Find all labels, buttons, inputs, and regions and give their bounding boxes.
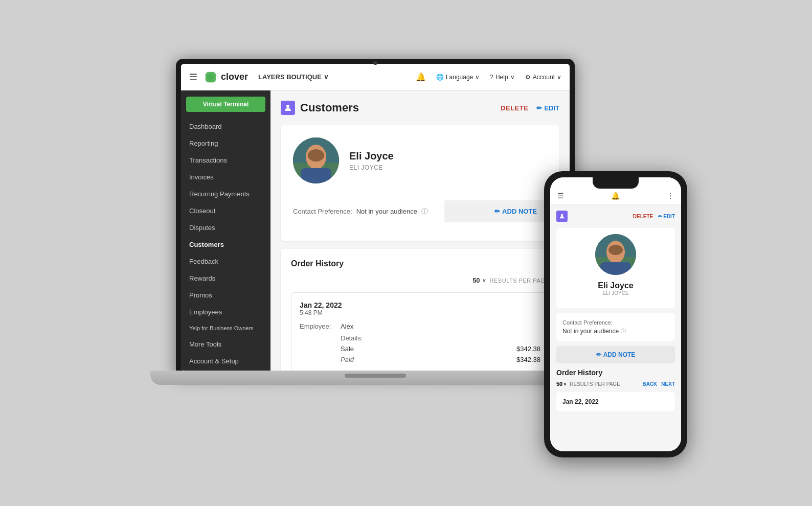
- phone-pencil-icon: ✏: [658, 214, 662, 219]
- plus-icon: ✏: [494, 208, 500, 215]
- results-chevron-icon: ∨: [482, 278, 486, 283]
- customers-page-icon: [281, 101, 295, 115]
- phone-order-card: Jan 22, 2022: [556, 392, 675, 411]
- sidebar-item-promos[interactable]: Promos: [181, 287, 270, 304]
- sidebar-item-dashboard[interactable]: Dashboard: [181, 118, 270, 135]
- sidebar-item-rewards[interactable]: Rewards: [181, 270, 270, 287]
- phone-contact-pref-card: Contact Preference: Not in your audience…: [556, 313, 675, 341]
- help-chevron-icon: ∨: [510, 74, 515, 81]
- page-header: Customers DELETE ✏ EDIT: [281, 101, 559, 115]
- paid-label: Paid: [341, 356, 354, 363]
- sale-amount: $342.38: [516, 345, 540, 353]
- results-per-page-select[interactable]: 50 ∨: [472, 277, 485, 284]
- svg-point-8: [308, 149, 324, 162]
- phone-note-pencil-icon: ✏: [596, 351, 601, 358]
- logo-text: clover: [221, 72, 248, 82]
- laptop-base: [150, 371, 600, 385]
- sidebar-item-reporting[interactable]: Reporting: [181, 135, 270, 152]
- customer-card: Eli Joyce ELI JOYCE Contact Preference: …: [281, 125, 559, 241]
- contact-pref-section: Contact Preference: Not in your audience…: [293, 207, 428, 216]
- phone: ☰ 🔔 ⋮ DELETE ✏: [544, 171, 687, 457]
- add-note-panel: ✏ ADD NOTE: [444, 200, 547, 222]
- laptop: ☰ clover LAYERS BOUTIQUE: [125, 49, 611, 432]
- sale-label: Sale: [341, 345, 354, 353]
- language-button[interactable]: 🌐 Language ∨: [436, 74, 480, 81]
- phone-nav-buttons: BACK NEXT: [642, 381, 675, 387]
- sidebar: Virtual Terminal Dashboard Reporting Tra…: [181, 90, 270, 371]
- sale-row: Sale $342.38: [341, 345, 540, 353]
- avatar: [293, 137, 339, 183]
- scene: ☰ clover LAYERS BOUTIQUE: [125, 49, 687, 457]
- help-icon: ?: [490, 74, 493, 81]
- sidebar-item-account-setup[interactable]: Account & Setup: [181, 353, 270, 370]
- sidebar-item-more-tools[interactable]: More Tools: [181, 336, 270, 353]
- employee-label: Employee:: [300, 323, 341, 330]
- help-button[interactable]: ? Help ∨: [490, 74, 514, 81]
- order-date: Jan 22, 2022: [300, 301, 540, 309]
- phone-customer-id: ELI JOYCE: [562, 290, 669, 296]
- phone-results-chevron-icon: ∨: [563, 382, 567, 386]
- store-chevron-icon: ∨: [324, 73, 329, 81]
- phone-next-button[interactable]: NEXT: [661, 381, 675, 387]
- order-history-title: Order History: [291, 259, 549, 268]
- main-content: Customers DELETE ✏ EDIT: [270, 90, 570, 371]
- order-employee-row: Employee: Alex: [300, 323, 540, 330]
- laptop-body: ☰ clover LAYERS BOUTIQUE: [176, 59, 575, 376]
- add-note-button[interactable]: ✏ ADD NOTE: [494, 208, 537, 215]
- order-details-row: Details:: [341, 334, 540, 342]
- results-per-page-label: RESULTS PER PAGE: [490, 278, 549, 284]
- menu-icon[interactable]: ☰: [189, 72, 197, 83]
- order-details: Details: Sale $342.38 Paid $342.38: [300, 334, 540, 363]
- sidebar-item-customers[interactable]: Customers: [181, 236, 270, 253]
- contact-row-wrapper: Contact Preference: Not in your audience…: [293, 194, 547, 228]
- phone-contact-label: Contact Preference:: [562, 319, 669, 326]
- phone-page-header: DELETE ✏ EDIT: [556, 211, 675, 222]
- language-chevron-icon: ∨: [475, 74, 480, 81]
- phone-menu-icon[interactable]: ☰: [557, 192, 564, 200]
- laptop-camera: [373, 61, 377, 65]
- paid-amount: $342.38: [516, 356, 540, 363]
- notification-bell-icon[interactable]: 🔔: [416, 72, 426, 82]
- phone-customer-name: Eli Joyce: [562, 281, 669, 290]
- phone-bell-icon[interactable]: 🔔: [611, 192, 620, 200]
- svg-rect-14: [600, 262, 631, 275]
- sidebar-item-closeout[interactable]: Closeout: [181, 202, 270, 219]
- phone-order-history-title: Order History: [556, 369, 675, 377]
- sidebar-item-feedback[interactable]: Feedback: [181, 253, 270, 270]
- delete-button[interactable]: DELETE: [501, 104, 528, 112]
- sidebar-item-recurring-payments[interactable]: Recurring Payments: [181, 186, 270, 202]
- note-wrapper: ✏ ADD NOTE: [436, 200, 547, 222]
- customer-profile: Eli Joyce ELI JOYCE: [293, 137, 547, 183]
- account-button[interactable]: ⚙ Account ∨: [525, 74, 561, 81]
- phone-back-button[interactable]: BACK: [642, 381, 657, 387]
- phone-contact-value: Not in your audience ⓘ: [562, 328, 669, 335]
- phone-results-select[interactable]: 50 ∨ RESULTS PER PAGE: [556, 381, 620, 387]
- svg-rect-4: [210, 80, 212, 82]
- store-name[interactable]: LAYERS BOUTIQUE ∨: [258, 73, 329, 81]
- virtual-terminal-button[interactable]: Virtual Terminal: [186, 97, 265, 112]
- app-header: ☰ clover LAYERS BOUTIQUE: [181, 64, 570, 90]
- sidebar-item-transactions[interactable]: Transactions: [181, 152, 270, 169]
- sidebar-item-invoices[interactable]: Invoices: [181, 169, 270, 186]
- phone-more-icon[interactable]: ⋮: [667, 192, 674, 200]
- customer-name: Eli Joyce: [349, 150, 394, 162]
- account-chevron-icon: ∨: [557, 74, 561, 81]
- sidebar-item-disputes[interactable]: Disputes: [181, 219, 270, 236]
- info-icon[interactable]: ⓘ: [421, 207, 428, 216]
- edit-button[interactable]: ✏ EDIT: [536, 104, 559, 112]
- page-actions: DELETE ✏ EDIT: [501, 104, 559, 112]
- customer-info: Eli Joyce ELI JOYCE: [349, 150, 394, 171]
- phone-delete-button[interactable]: DELETE: [633, 214, 653, 219]
- phone-customers-icon: [556, 211, 568, 222]
- phone-results-row: 50 ∨ RESULTS PER PAGE BACK NEXT: [556, 381, 675, 387]
- sidebar-item-yelp[interactable]: Yelp for Business Owners: [181, 320, 270, 336]
- phone-info-icon[interactable]: ⓘ: [621, 328, 626, 335]
- contact-pref-value: Not in your audience: [356, 208, 417, 215]
- phone-edit-button[interactable]: ✏ EDIT: [658, 214, 675, 219]
- employee-value: Alex: [341, 323, 353, 330]
- phone-notch: [593, 177, 639, 189]
- details-label: Details:: [341, 334, 363, 342]
- sidebar-item-employees[interactable]: Employees: [181, 304, 270, 320]
- phone-add-note-button[interactable]: ✏ ADD NOTE: [556, 346, 675, 363]
- order-history-section: Order History 50 ∨ RESULTS PER PAGE Jan …: [281, 249, 559, 371]
